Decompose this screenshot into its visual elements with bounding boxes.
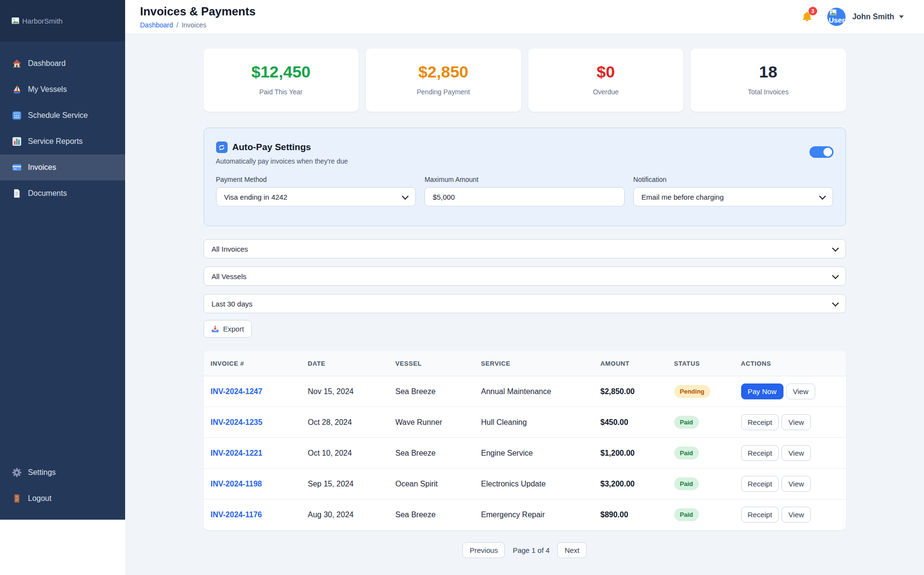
actions-cell: ReceiptView <box>734 438 846 469</box>
stat-card: 18Total Invoices <box>691 49 846 112</box>
col-header-actions: ACTIONS <box>734 351 846 376</box>
bar-chart-icon <box>12 137 22 146</box>
vessel-cell: Ocean Spirit <box>388 469 474 499</box>
view-button[interactable]: View <box>782 476 810 492</box>
date-cell: Oct 10, 2024 <box>301 438 388 469</box>
view-button[interactable]: View <box>782 414 810 430</box>
service-cell: Hull Cleaning <box>474 407 593 438</box>
main-content: $12,450Paid This Year$2,850Pending Payme… <box>125 34 924 575</box>
breadcrumb-dashboard-link[interactable]: Dashboard <box>140 21 173 29</box>
actions-cell: ReceiptView <box>734 407 846 438</box>
export-icon <box>211 325 219 333</box>
document-icon <box>12 189 22 198</box>
sidebar-item-label: My Vessels <box>28 85 67 94</box>
stat-value: $12,450 <box>204 63 359 81</box>
service-cell: Engine Service <box>474 438 593 469</box>
maximum-amount-field: Maximum Amount <box>424 176 625 206</box>
autopay-refresh-icon <box>216 141 228 153</box>
invoice-link[interactable]: INV-2024-1221 <box>211 449 263 457</box>
status-cell: Pending <box>667 376 734 407</box>
sidebar-item-service-reports[interactable]: Service Reports <box>0 128 125 154</box>
receipt-button[interactable]: Receipt <box>741 414 779 430</box>
col-header-vessel: VESSEL <box>388 351 474 376</box>
stat-label: Total Invoices <box>691 88 846 96</box>
notification-select[interactable]: Email me before charging <box>633 187 834 206</box>
gear-icon <box>12 468 22 477</box>
calendar-icon <box>12 111 22 120</box>
invoice-link[interactable]: INV-2024-1235 <box>211 418 263 426</box>
sidebar-item-dashboard[interactable]: Dashboard <box>0 51 125 77</box>
vessel-cell: Wave Runner <box>388 407 474 438</box>
pay-now-button[interactable]: Pay Now <box>741 383 783 399</box>
receipt-button[interactable]: Receipt <box>741 507 779 523</box>
view-button[interactable]: View <box>786 383 815 399</box>
stat-label: Paid This Year <box>204 88 359 96</box>
stat-card: $0Overdue <box>528 49 684 112</box>
col-header-invoice: INVOICE # <box>204 351 301 376</box>
sidebar-footer: Settings Logout <box>0 460 125 520</box>
table-row: INV-2024-1235Oct 28, 2024Wave RunnerHull… <box>204 407 846 438</box>
stat-label: Overdue <box>528 88 684 96</box>
table-row: INV-2024-1198Sep 15, 2024Ocean SpiritEle… <box>204 469 846 499</box>
export-button[interactable]: Export <box>204 320 252 338</box>
col-header-date: DATE <box>301 351 388 376</box>
stat-label: Pending Payment <box>366 88 521 96</box>
user-name[interactable]: John Smith <box>852 13 894 21</box>
sidebar-item-label: Logout <box>28 494 51 503</box>
status-badge: Paid <box>674 416 699 429</box>
invoice-link[interactable]: INV-2024-1198 <box>211 480 262 488</box>
invoice-cell: INV-2024-1235 <box>204 407 301 438</box>
sidebar-item-settings[interactable]: Settings <box>0 460 125 486</box>
sidebar-item-label: Dashboard <box>28 59 65 68</box>
amount-cell: $890.00 <box>593 499 667 530</box>
broken-image-icon <box>830 9 838 16</box>
date-filter-select[interactable]: Last 30 days <box>204 294 846 313</box>
sidebar-item-label: Service Reports <box>28 137 83 146</box>
payment-method-select[interactable]: Visa ending in 4242 <box>216 187 416 206</box>
stat-value: $0 <box>528 63 684 81</box>
status-cell: Paid <box>667 469 734 499</box>
stat-card: $12,450Paid This Year <box>204 49 359 112</box>
date-cell: Oct 28, 2024 <box>301 407 388 438</box>
stat-card: $2,850Pending Payment <box>366 49 521 112</box>
door-icon <box>12 494 22 503</box>
previous-page-button[interactable]: Previous <box>462 542 505 558</box>
sidebar-item-label: Invoices <box>28 163 56 172</box>
maximum-amount-input[interactable] <box>424 187 625 206</box>
autopay-card: Auto-Pay Settings Automatically pay invo… <box>204 128 846 226</box>
chevron-down-icon <box>899 15 904 18</box>
view-button[interactable]: View <box>782 445 810 461</box>
field-label: Maximum Amount <box>424 176 625 183</box>
autopay-toggle[interactable] <box>809 146 834 158</box>
col-header-service: SERVICE <box>474 351 593 376</box>
sidebar-item-my-vessels[interactable]: My Vessels <box>0 77 125 102</box>
next-page-button[interactable]: Next <box>557 542 587 558</box>
invoice-link[interactable]: INV-2024-1247 <box>211 387 263 396</box>
sidebar-item-logout[interactable]: Logout <box>0 486 125 511</box>
sidebar-item-documents[interactable]: Documents <box>0 180 125 206</box>
invoices-table: INVOICE # DATE VESSEL SERVICE AMOUNT STA… <box>204 351 846 530</box>
receipt-button[interactable]: Receipt <box>741 445 779 461</box>
sidebar-item-schedule-service[interactable]: Schedule Service <box>0 102 125 128</box>
brand-logo: HarborSmith <box>0 0 125 42</box>
invoice-cell: INV-2024-1221 <box>204 438 301 469</box>
sidebar-item-invoices[interactable]: Invoices <box>0 154 125 180</box>
stat-value: $2,850 <box>366 63 521 81</box>
home-icon <box>12 59 22 68</box>
col-header-amount: AMOUNT <box>593 351 667 376</box>
status-badge: Paid <box>674 477 699 490</box>
status-cell: Paid <box>667 438 734 469</box>
receipt-button[interactable]: Receipt <box>741 476 779 492</box>
invoice-link[interactable]: INV-2024-1176 <box>211 511 262 519</box>
amount-value: $3,200.00 <box>601 480 635 488</box>
broken-image-icon <box>12 17 21 25</box>
amount-value: $450.00 <box>601 418 629 426</box>
avatar-alt-text: User <box>829 16 845 24</box>
actions-cell: ReceiptView <box>734 469 846 499</box>
vessel-filter-select[interactable]: All Vessels <box>204 267 846 286</box>
breadcrumb-current: Invoices <box>181 21 206 29</box>
view-button[interactable]: View <box>782 507 810 523</box>
avatar[interactable]: User <box>827 8 846 26</box>
notifications-button[interactable]: 3 <box>801 11 813 23</box>
invoice-filter-select[interactable]: All Invoices <box>204 239 846 258</box>
